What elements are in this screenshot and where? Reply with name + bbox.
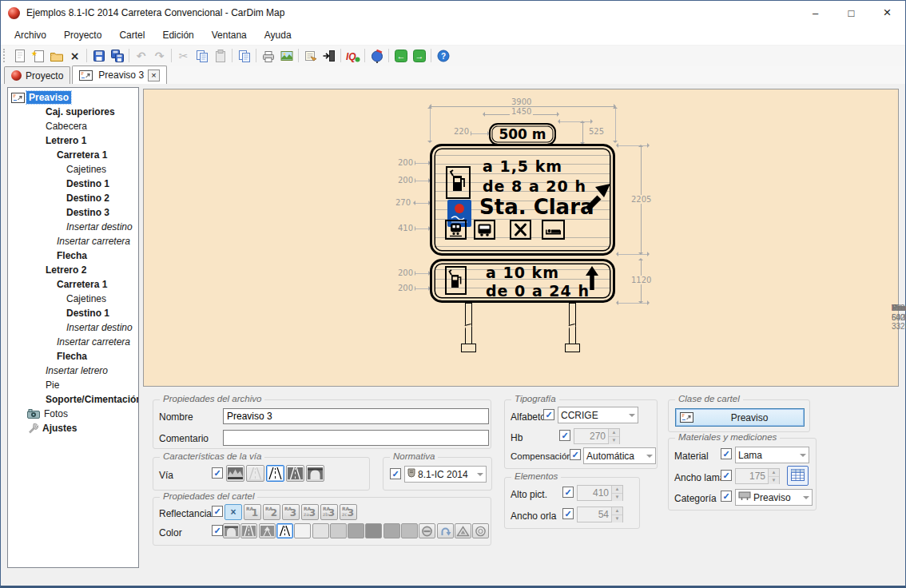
tab-proyecto[interactable]: Proyecto [4,66,70,84]
import-icon[interactable] [320,47,338,64]
stepper-arrows-icon[interactable]: ▲▼ [608,429,619,443]
tree-item-cajetines[interactable]: Cajetines [8,292,138,306]
back-icon[interactable]: ← [391,47,410,64]
color-checkbox[interactable]: ✓ [212,525,223,536]
alto-pict-checkbox[interactable]: ✓ [562,487,574,498]
tree-item-destino-1[interactable]: Destino 1 [8,177,138,191]
tree-item-ajustes[interactable]: Ajustes [8,421,138,435]
undo-icon[interactable]: ↶ [132,47,150,64]
reflectancia-raza3-button[interactable]: RAza3 [301,504,319,520]
color-swatch-button[interactable] [365,523,382,538]
reflectancia-checkbox[interactable]: ✓ [212,506,223,517]
via-type-road-marked-button[interactable] [286,465,304,482]
lamas-table-button[interactable] [787,466,809,486]
tree-item-preaviso[interactable]: Preaviso [8,90,138,105]
tree-item-caj-superiores[interactable]: Caj. superiores [8,105,138,119]
nombre-input[interactable] [223,408,489,424]
ancho-lamas-checkbox[interactable]: ✓ [721,470,732,481]
export-image-icon[interactable] [277,47,296,64]
tree-item-insertar-carretera[interactable]: Insertar carretera [8,234,138,248]
color-autovia-button[interactable] [240,523,257,538]
tree-item-letrero-1[interactable]: Letrero 1 [8,133,138,148]
paste-icon[interactable] [211,47,229,64]
stepper-arrows-icon[interactable]: ▲▼ [611,486,622,500]
normativa-select[interactable]: 8.1-IC 2014 [404,466,487,483]
color-detour-arrow-button[interactable] [437,523,454,538]
clase-preaviso-button[interactable]: Preaviso [675,408,805,427]
via-checkbox[interactable]: ✓ [212,467,223,479]
color-warning-triangle-button[interactable] [455,523,471,538]
tree-item-soporte-cimentaci-n[interactable]: Soporte/Cimentación [8,392,138,407]
tree-item-destino-1[interactable]: Destino 1 [8,306,138,320]
forward-icon[interactable]: → [410,47,428,64]
via-type-road-faded-button[interactable] [246,465,264,482]
alfabeto-checkbox[interactable]: ✓ [543,409,554,420]
color-swatch-button[interactable] [383,523,400,538]
copy-drawing-icon[interactable] [235,47,253,64]
menu-archivo[interactable]: Archivo [6,26,55,44]
menu-proyecto[interactable]: Proyecto [55,26,110,44]
zoom-settings-icon[interactable]: IQ [344,47,362,64]
menu-edici-n[interactable]: Edición [153,26,202,44]
color-ring-button[interactable] [472,523,489,538]
tree-item-cajetines[interactable]: Cajetines [8,162,138,177]
material-checkbox[interactable]: ✓ [721,448,732,459]
cut-icon[interactable]: ✂ [174,47,193,64]
tree-item-fotos[interactable]: Fotos [8,407,138,421]
material-select[interactable]: Lama [735,447,809,463]
normativa-checkbox[interactable]: ✓ [390,468,401,479]
ancho-orla-stepper[interactable]: 54 ▲▼ [577,507,623,522]
save-all-icon[interactable] [108,47,126,64]
help-icon[interactable]: ? [434,47,452,64]
hb-checkbox[interactable]: ✓ [559,430,570,441]
color-swatch-button[interactable] [401,523,418,538]
new-from-template-icon[interactable]: ★ [29,47,47,64]
edit-data-icon[interactable] [301,47,320,64]
menu-ventana[interactable]: Ventana [203,26,256,44]
open-file-icon[interactable] [47,47,66,64]
design-alert-icon[interactable] [368,47,386,64]
tree-item-destino-2[interactable]: Destino 2 [8,191,138,205]
close-button[interactable]: × [869,1,905,25]
menu-cartel[interactable]: Cartel [110,26,153,44]
save-icon[interactable] [89,47,108,64]
tree-item-insertar-carretera[interactable]: Insertar carretera [8,335,138,349]
reflectancia-ra1-button[interactable]: RA1 [244,504,261,520]
redo-icon[interactable]: ↷ [150,47,169,64]
reflectancia-razc3-button[interactable]: RAzc3 [340,504,357,520]
tab-close-icon[interactable]: × [148,70,160,81]
copy-icon[interactable] [193,47,211,64]
tree-item-letrero-2[interactable]: Letrero 2 [8,263,138,277]
reflectancia-none-button[interactable]: × [225,504,242,520]
color-swatch-button[interactable] [330,523,347,538]
alto-pict-stepper[interactable]: 410 ▲▼ [577,485,623,501]
tree-item-carretera-1[interactable]: Carretera 1 [8,277,138,292]
menu-ayuda[interactable]: Ayuda [256,26,300,44]
tree-item-insertar-destino[interactable]: Insertar destino [8,320,138,335]
tree-item-flecha[interactable]: Flecha [8,349,138,364]
tree-item-pie[interactable]: Pie [8,378,138,392]
color-road-white-button[interactable] [276,523,293,538]
ancho-lamas-stepper[interactable]: 175 ▲▼ [735,468,780,484]
compensacion-select[interactable]: Automática [583,447,656,464]
color-swatch-button[interactable] [312,523,329,538]
tab-preaviso-3[interactable]: Preaviso 3 × [72,66,167,84]
tree-item-insertar-letrero[interactable]: Insertar letrero [8,364,138,378]
via-type-bridge-button[interactable] [306,465,324,482]
stepper-arrows-icon[interactable]: ▲▼ [768,469,779,483]
via-type-road-conventional-button[interactable] [266,465,284,482]
drawing-canvas[interactable]: 3900 1450 220 525 500 m a 1,5 km de 8 a … [143,89,899,387]
color-swatch-button[interactable] [294,523,311,538]
tree-item-insertar-destino[interactable]: Insertar destino [8,220,138,234]
distance-plate[interactable]: 500 m [489,123,556,145]
categoria-select[interactable]: Preaviso [735,489,813,506]
delete-icon[interactable]: × [66,47,84,64]
reflectancia-ra3-button[interactable]: RA3 [282,504,300,520]
stepper-arrows-icon[interactable]: ▲▼ [611,507,622,522]
color-prohibition-button[interactable] [419,523,435,538]
color-swatch-button[interactable] [348,523,364,538]
print-icon[interactable] [259,47,277,64]
reflectancia-razb3-button[interactable]: RAzb3 [320,504,338,520]
tree-item-flecha[interactable]: Flecha [8,248,138,263]
via-type-terrain-button[interactable] [226,465,244,482]
